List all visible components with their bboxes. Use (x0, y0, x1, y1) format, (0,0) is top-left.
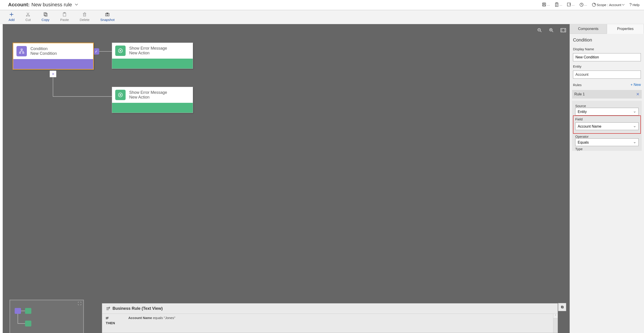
title-bar: Account: New business rule ... ... ... .… (0, 0, 644, 10)
svg-point-8 (26, 15, 28, 16)
condition-icon (16, 46, 27, 56)
fit-screen-button[interactable] (560, 28, 566, 33)
field-label: Field (575, 117, 638, 121)
node-title: Show Error Message (129, 90, 167, 95)
svg-rect-22 (20, 52, 21, 54)
operator-select[interactable]: Equals (575, 138, 638, 146)
svg-rect-0 (542, 3, 546, 6)
rule-header[interactable]: Rule 1 ✕ (572, 90, 642, 98)
activate-button[interactable]: ... (579, 2, 587, 7)
svg-rect-23 (22, 52, 24, 54)
close-icon[interactable]: ✕ (636, 92, 640, 97)
text-view-title: Business Rule (Text View) (112, 306, 162, 311)
popout-button[interactable]: ⧉ (558, 303, 566, 311)
connector-line (53, 96, 112, 97)
toolbar: Add Cut Copy Paste Delete Snapshot (0, 10, 644, 24)
node-subtitle: New Action (129, 95, 167, 100)
display-name-input[interactable] (573, 53, 641, 61)
entity-label: Entity (573, 64, 641, 68)
type-label: Type (575, 147, 638, 151)
rule-name: New business rule (31, 2, 72, 8)
section-title: Condition (573, 38, 641, 42)
false-connector[interactable]: ✕ (50, 70, 56, 77)
zoom-in-button[interactable] (549, 28, 554, 33)
svg-rect-10 (44, 13, 46, 16)
true-connector[interactable]: ✓ (93, 48, 99, 54)
validate-button[interactable]: ... (554, 2, 562, 7)
svg-rect-20 (561, 28, 566, 32)
minimap-expand-icon[interactable]: ⛶ (78, 302, 82, 306)
text-view-scrollbar[interactable]: ˄ (553, 314, 558, 333)
display-name-label: Display Name (573, 47, 641, 51)
if-keyword: IF (106, 316, 109, 320)
help-icon: ? (629, 2, 632, 7)
field-highlight: Field Account Name (573, 116, 641, 134)
text-view-panel: Business Rule (Text View) ⧉ IF Account N… (102, 303, 558, 333)
action-node-1[interactable]: Show Error Message New Action (112, 42, 193, 69)
node-title: Condition (30, 46, 57, 51)
field-select[interactable]: Account Name (575, 122, 638, 130)
svg-rect-21 (21, 49, 22, 50)
properties-panel: Components Properties Condition Display … (570, 24, 644, 333)
scope-value: Account (609, 3, 621, 7)
svg-rect-11 (45, 13, 47, 16)
camera-icon (105, 12, 110, 17)
scroll-up-button[interactable]: ˄ (553, 314, 558, 318)
svg-point-9 (29, 15, 30, 16)
cut-button[interactable]: Cut (26, 12, 31, 22)
svg-rect-2 (543, 5, 545, 6)
error-message-icon (115, 46, 126, 56)
copy-icon (43, 12, 48, 17)
svg-point-16 (107, 14, 108, 16)
rule-title[interactable]: Account: New business rule (8, 2, 78, 8)
trash-icon (82, 12, 87, 17)
copy-button[interactable]: Copy (42, 12, 50, 22)
entity-input (573, 70, 641, 79)
node-subtitle: New Condition (30, 51, 57, 56)
save-as-button[interactable]: ... (542, 2, 550, 7)
designer-canvas[interactable]: ✓ ✕ Condition New Condition (3, 24, 570, 333)
snapshot-button[interactable]: Snapshot (100, 12, 114, 22)
minimap[interactable]: ⛶ (10, 300, 84, 333)
svg-rect-1 (543, 3, 545, 4)
scope-dropdown[interactable]: Scope : Account (592, 2, 625, 7)
add-button[interactable]: Add (8, 12, 15, 22)
zoom-out-button[interactable] (537, 28, 542, 33)
entity-name: Account: (8, 2, 30, 8)
scissors-icon (26, 12, 30, 17)
node-subtitle: New Action (129, 51, 167, 56)
action-node-2[interactable]: Show Error Message New Action (112, 87, 193, 113)
tab-properties[interactable]: Properties (607, 24, 644, 34)
paste-icon (62, 12, 67, 17)
delete-button[interactable]: Delete (80, 12, 89, 22)
paste-button[interactable]: Paste (60, 12, 69, 22)
chevron-down-icon[interactable] (75, 3, 78, 6)
condition-node[interactable]: Condition New Condition (13, 42, 94, 70)
text-view-icon (106, 306, 110, 311)
rules-label: Rules (573, 83, 582, 87)
plus-icon (9, 12, 14, 17)
node-title: Show Error Message (129, 46, 167, 51)
operator-label: Operator (575, 134, 638, 138)
help-button[interactable]: ? Help (629, 2, 640, 7)
then-keyword: THEN (106, 321, 115, 325)
svg-rect-14 (84, 13, 86, 16)
scope-label: Scope : (597, 3, 608, 7)
source-select[interactable]: Entity (575, 108, 638, 116)
error-message-icon (115, 90, 126, 100)
new-rule-button[interactable]: + New (630, 83, 641, 87)
save-button[interactable]: ... (567, 2, 575, 7)
source-label: Source (575, 104, 638, 108)
tab-components[interactable]: Components (570, 24, 607, 34)
canvas-wrap: ✓ ✕ Condition New Condition (0, 24, 570, 333)
svg-point-26 (109, 307, 110, 308)
